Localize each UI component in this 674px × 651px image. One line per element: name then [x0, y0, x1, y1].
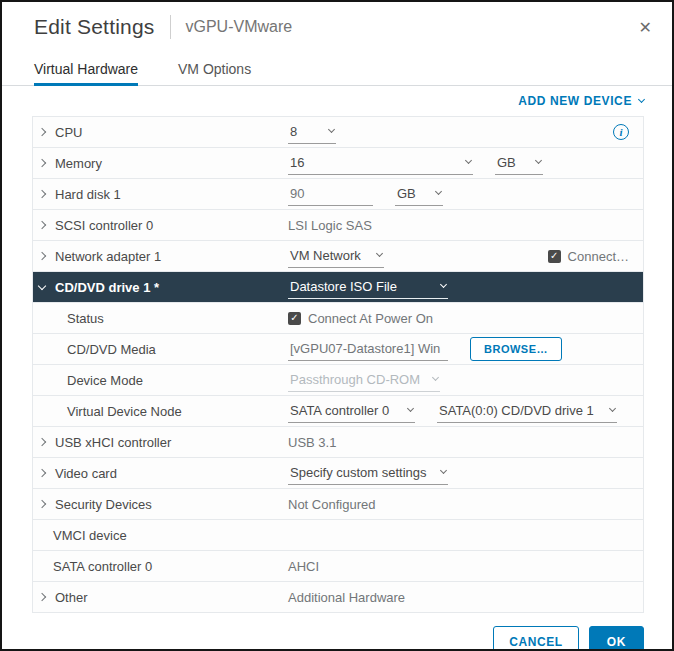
row-label: SCSI controller 0 — [55, 218, 153, 233]
table-row-scsi-controller-0: SCSI controller 0LSI Logic SAS — [33, 210, 643, 241]
select-value: Passthrough CD-ROM — [290, 372, 420, 387]
chevron-right-icon[interactable] — [38, 221, 46, 229]
chevron-right-icon[interactable] — [38, 159, 46, 167]
select-value: SATA(0:0) CD/DVD drive 1 — [439, 403, 594, 418]
row-label: CD/DVD drive 1 * — [55, 280, 159, 295]
chevron-down-icon — [440, 281, 447, 288]
status-checkbox-label: Connect At Power On — [308, 311, 433, 326]
chevron-down-icon[interactable] — [38, 281, 46, 289]
row-values-virtual-device-node: SATA controller 0SATA(0:0) CD/DVD drive … — [288, 400, 637, 423]
video-card-select[interactable]: Specify custom settings — [288, 462, 448, 485]
close-icon[interactable]: ✕ — [635, 16, 656, 39]
row-label-cell-cd-dvd-drive-1: CD/DVD drive 1 * — [33, 280, 288, 295]
chevron-down-icon — [609, 405, 616, 412]
row-values-cpu: 8 — [288, 121, 613, 144]
row-values-memory: 16GB — [288, 152, 637, 175]
row-label: Status — [67, 311, 104, 326]
table-row-hard-disk-1: Hard disk 1GB — [33, 179, 643, 210]
table-row-sata-controller-0: SATA controller 0AHCI — [33, 551, 643, 582]
row-label-cell-network-adapter-1: Network adapter 1 — [33, 249, 288, 264]
cancel-button[interactable]: CANCEL — [493, 626, 579, 651]
ok-button[interactable]: OK — [589, 626, 644, 651]
row-label: Device Mode — [67, 373, 143, 388]
select-value: Datastore ISO File — [290, 279, 397, 294]
row-values-status: ✓Connect At Power On — [288, 311, 637, 326]
network-adapter-1-select[interactable]: VM Network — [288, 245, 384, 268]
chevron-right-icon[interactable] — [38, 190, 46, 198]
row-label: Memory — [55, 156, 102, 171]
scsi-controller-0-value: LSI Logic SAS — [288, 218, 372, 233]
tab-virtual-hardware[interactable]: Virtual Hardware — [34, 55, 138, 85]
cd-dvd-media-input[interactable] — [288, 338, 448, 361]
chevron-right-icon[interactable] — [38, 252, 46, 260]
chevron-right-icon[interactable] — [38, 438, 46, 446]
chevron-right-icon[interactable] — [38, 469, 46, 477]
edit-settings-dialog: Edit Settings vGPU-VMware ✕ Virtual Hard… — [2, 2, 672, 649]
table-row-vmci-device: VMCI device — [33, 520, 643, 551]
chevron-down-icon — [407, 405, 414, 412]
chevron-down-icon — [535, 157, 542, 164]
usb-xhci-controller-value: USB 3.1 — [288, 435, 336, 450]
table-row-virtual-device-node: Virtual Device NodeSATA controller 0SATA… — [33, 396, 643, 427]
tab-vm-options[interactable]: VM Options — [178, 55, 251, 85]
memory-select[interactable]: 16 — [288, 152, 473, 175]
chevron-right-icon[interactable] — [38, 128, 46, 136]
browse-button[interactable]: BROWSE… — [470, 337, 562, 361]
row-values-cd-dvd-drive-1: Datastore ISO File — [288, 276, 637, 299]
hard-disk-1-input[interactable] — [288, 183, 373, 206]
device-mode-select: Passthrough CD-ROM — [288, 369, 440, 392]
row-label: Virtual Device Node — [67, 404, 182, 419]
row-label: Hard disk 1 — [55, 187, 121, 202]
row-label-cell-status: Status — [33, 311, 288, 326]
row-label-cell-usb-xhci-controller: USB xHCI controller — [33, 435, 288, 450]
row-label: CD/DVD Media — [67, 342, 156, 357]
row-label-cell-cpu: CPU — [33, 125, 288, 140]
row-values-cd-dvd-media: BROWSE… — [288, 337, 637, 361]
hard-disk-1-select[interactable]: GB — [395, 183, 443, 206]
add-new-device-label: ADD NEW DEVICE — [518, 94, 632, 108]
row-label-cell-cd-dvd-media: CD/DVD Media — [33, 342, 288, 357]
row-values-network-adapter-1: VM Network — [288, 245, 548, 268]
network-adapter-1-connect-checkbox[interactable]: ✓ — [548, 250, 561, 263]
virtual-device-node-select[interactable]: SATA controller 0 — [288, 400, 415, 423]
row-values-scsi-controller-0: LSI Logic SAS — [288, 218, 637, 233]
table-row-other: OtherAdditional Hardware — [33, 582, 643, 613]
row-values-usb-xhci-controller: USB 3.1 — [288, 435, 637, 450]
virtual-device-node-select[interactable]: SATA(0:0) CD/DVD drive 1 — [437, 400, 617, 423]
row-label: VMCI device — [53, 528, 127, 543]
chevron-down-icon — [638, 96, 645, 103]
select-value: GB — [397, 186, 416, 201]
dialog-title: Edit Settings — [34, 15, 155, 39]
status-checkbox[interactable]: ✓ — [288, 312, 301, 325]
select-value: 8 — [290, 124, 297, 139]
cd-dvd-drive-1-select[interactable]: Datastore ISO File — [288, 276, 448, 299]
row-label: Network adapter 1 — [55, 249, 161, 264]
row-label-cell-hard-disk-1: Hard disk 1 — [33, 187, 288, 202]
table-row-usb-xhci-controller: USB xHCI controllerUSB 3.1 — [33, 427, 643, 458]
hardware-table: CPU8iMemory16GBHard disk 1GBSCSI control… — [32, 116, 644, 613]
row-label: CPU — [55, 125, 82, 140]
sata-controller-0-value: AHCI — [288, 559, 319, 574]
table-row-cpu: CPU8i — [33, 117, 643, 148]
table-row-cd-dvd-drive-1: CD/DVD drive 1 *Datastore ISO File — [33, 272, 643, 303]
row-values-video-card: Specify custom settings — [288, 462, 637, 485]
add-device-row: ADD NEW DEVICE — [2, 86, 672, 114]
info-icon[interactable]: i — [613, 124, 629, 140]
dialog-footer: CANCEL OK — [2, 613, 672, 651]
row-label-cell-scsi-controller-0: SCSI controller 0 — [33, 218, 288, 233]
title-divider — [170, 15, 171, 39]
row-label-cell-device-mode: Device Mode — [33, 373, 288, 388]
other-value: Additional Hardware — [288, 590, 405, 605]
cpu-select[interactable]: 8 — [288, 121, 336, 144]
table-row-network-adapter-1: Network adapter 1VM Network✓Connect… — [33, 241, 643, 272]
select-value: GB — [497, 155, 516, 170]
add-new-device-button[interactable]: ADD NEW DEVICE — [518, 94, 644, 108]
row-values-other: Additional Hardware — [288, 590, 637, 605]
chevron-right-icon[interactable] — [38, 593, 46, 601]
dialog-header: Edit Settings vGPU-VMware ✕ — [2, 2, 672, 45]
table-row-device-mode: Device ModePassthrough CD-ROM — [33, 365, 643, 396]
table-row-security-devices: Security DevicesNot Configured — [33, 489, 643, 520]
row-values-hard-disk-1: GB — [288, 183, 637, 206]
chevron-right-icon[interactable] — [38, 500, 46, 508]
memory-select[interactable]: GB — [495, 152, 543, 175]
